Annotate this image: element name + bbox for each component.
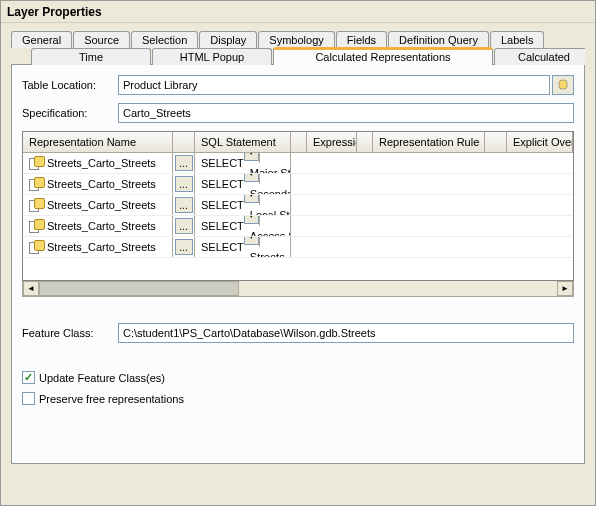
update-feature-class-label: Update Feature Class(es)	[39, 372, 165, 384]
feature-class-input[interactable]	[118, 323, 574, 343]
table-location-label: Table Location:	[22, 79, 118, 91]
rep-name-more-button[interactable]: ...	[175, 176, 193, 192]
tab-symbology[interactable]: Symbology	[258, 31, 334, 48]
expression-dropdown-button[interactable]: ▼	[244, 237, 259, 245]
specification-input[interactable]	[118, 103, 574, 123]
tab-panel: Table Location: Specification: Represent…	[11, 64, 585, 464]
expression-dropdown-button[interactable]: ▼	[244, 174, 259, 182]
preserve-free-representations-label: Preserve free representations	[39, 393, 184, 405]
cell-sql[interactable]: SELECT ▼▼Secondary Streets...	[195, 174, 291, 194]
rep-name-more-button[interactable]: ...	[175, 197, 193, 213]
col-sql-statement[interactable]: SQL Statement	[195, 132, 291, 152]
chevron-down-icon: ▼	[247, 195, 255, 199]
scroll-track[interactable]	[39, 281, 557, 296]
scroll-left-button[interactable]: ◄	[23, 281, 39, 296]
cell-representation-name[interactable]: Streets_Carto_Streets	[23, 153, 173, 173]
cell-representation-name[interactable]: Streets_Carto_Streets	[23, 174, 173, 194]
tab-source[interactable]: Source	[73, 31, 130, 48]
layer-properties-window: Layer Properties General Source Selectio…	[0, 0, 596, 506]
table-row[interactable]: Streets_Carto_Streets...SELECT ▼▼Streets…	[23, 237, 573, 258]
cell-sql[interactable]: SELECT ▼▼Streets...	[195, 237, 291, 257]
representation-icon	[29, 177, 43, 191]
cell-sql[interactable]: SELECT ▼▼Local Streets...	[195, 195, 291, 215]
cell-rule[interactable]: Access Streets	[244, 226, 291, 236]
cell-sql[interactable]: SELECT ▼▼Access Streets...	[195, 216, 291, 236]
cell-rule[interactable]: Local Streets	[244, 205, 291, 215]
preserve-free-representations-checkbox[interactable]	[22, 392, 35, 405]
update-feature-class-checkbox[interactable]	[22, 371, 35, 384]
table-location-input[interactable]	[118, 75, 550, 95]
representations-grid: Representation Name SQL Statement Expres…	[22, 131, 574, 281]
representation-icon	[29, 156, 43, 170]
representation-icon	[29, 240, 43, 254]
representation-icon	[29, 198, 43, 212]
tab-calculated-fields[interactable]: Calculated	[494, 48, 585, 65]
feature-class-label: Feature Class:	[22, 327, 118, 339]
table-row[interactable]: Streets_Carto_Streets...SELECT ▼▼Access …	[23, 216, 573, 237]
rep-name-more-button[interactable]: ...	[175, 239, 193, 255]
col-explicit-override[interactable]: Explicit Override	[507, 132, 573, 152]
cell-sql[interactable]: SELECT ▼▼Major Streets...	[195, 153, 291, 173]
tab-definition-query[interactable]: Definition Query	[388, 31, 489, 48]
tab-selection[interactable]: Selection	[131, 31, 198, 48]
scroll-right-button[interactable]: ►	[557, 281, 573, 296]
chevron-down-icon: ▼	[247, 237, 255, 241]
tab-general[interactable]: General	[11, 31, 72, 48]
chevron-down-icon: ▼	[247, 174, 255, 178]
chevron-down-icon: ▼	[247, 153, 255, 157]
table-row[interactable]: Streets_Carto_Streets...SELECT ▼▼Local S…	[23, 195, 573, 216]
cell-representation-name[interactable]: Streets_Carto_Streets	[23, 237, 173, 257]
tab-row-2: Time HTML Popup Calculated Representatio…	[11, 47, 585, 65]
representation-icon	[29, 219, 43, 233]
col-expression[interactable]: Expression	[307, 132, 357, 152]
cell-rule[interactable]: Secondary Streets	[244, 184, 291, 194]
chevron-down-icon: ▼	[247, 216, 255, 220]
grid-header: Representation Name SQL Statement Expres…	[23, 132, 573, 153]
tab-row-1: General Source Selection Display Symbolo…	[11, 31, 585, 48]
table-row[interactable]: Streets_Carto_Streets...SELECT ▼▼Major S…	[23, 153, 573, 174]
tab-labels[interactable]: Labels	[490, 31, 544, 48]
specification-label: Specification:	[22, 107, 118, 119]
tab-html-popup[interactable]: HTML Popup	[152, 48, 272, 65]
scroll-thumb[interactable]	[39, 281, 239, 296]
expression-dropdown-button[interactable]: ▼	[244, 153, 259, 161]
cell-rule[interactable]: Major Streets	[244, 163, 291, 173]
table-location-browse-button[interactable]	[552, 75, 574, 95]
cell-representation-name[interactable]: Streets_Carto_Streets	[23, 216, 173, 236]
database-icon	[557, 79, 569, 91]
rep-name-more-button[interactable]: ...	[175, 155, 193, 171]
grid-horizontal-scrollbar[interactable]: ◄ ►	[22, 281, 574, 297]
col-representation-rule[interactable]: Representation Rule	[373, 132, 485, 152]
tab-display[interactable]: Display	[199, 31, 257, 48]
rep-name-more-button[interactable]: ...	[175, 218, 193, 234]
cell-rule[interactable]: Streets	[244, 247, 291, 257]
expression-dropdown-button[interactable]: ▼	[244, 195, 259, 203]
window-title: Layer Properties	[1, 1, 595, 23]
cell-representation-name[interactable]: Streets_Carto_Streets	[23, 195, 173, 215]
expression-dropdown-button[interactable]: ▼	[244, 216, 259, 224]
tab-calculated-representations[interactable]: Calculated Representations	[273, 47, 493, 65]
col-representation-name[interactable]: Representation Name	[23, 132, 173, 152]
tab-fields[interactable]: Fields	[336, 31, 387, 48]
tab-time[interactable]: Time	[31, 48, 151, 65]
table-row[interactable]: Streets_Carto_Streets...SELECT ▼▼Seconda…	[23, 174, 573, 195]
